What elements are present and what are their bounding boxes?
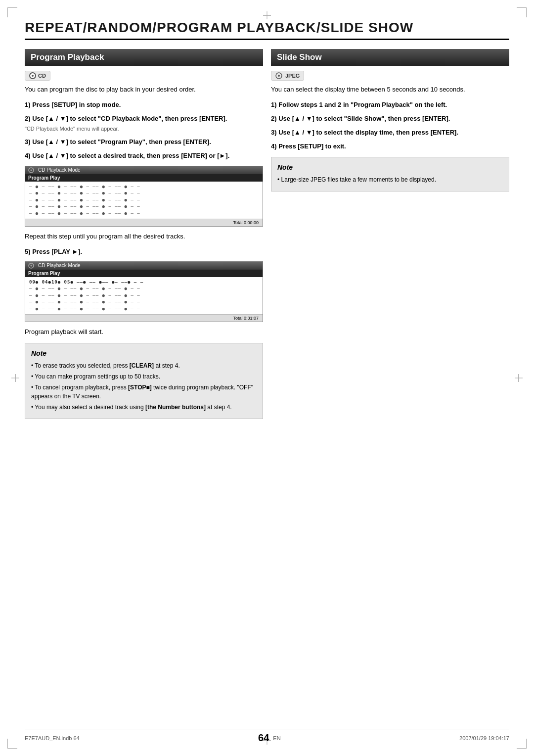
slide-show-column: Slide Show JPEG You can select the displ… (271, 49, 509, 191)
slide-step-4: 4) Press [SETUP] to exit. (271, 142, 509, 151)
screen1-row-4: – ● – –– ● – –– ● – –– ● – –– ● – – (29, 203, 259, 210)
note-item-2: • You can make program settings up to 50… (31, 372, 257, 381)
step-1: 1) Press [SETUP] in stop mode. (25, 100, 263, 109)
screen1-subheader: Program Play (25, 174, 263, 182)
slide-step-2: 2) Use [▲ / ▼] to select "Slide Show", t… (271, 114, 509, 123)
note-item-3: • To cancel program playback, press [STO… (31, 383, 257, 401)
cross-right-v (518, 374, 519, 382)
slide-show-note: Note • Large-size JPEG files take a few … (271, 157, 509, 191)
note-title-left: Note (31, 348, 257, 359)
screen2-row-1: – ● – –– ● – –– ● – –– ● – –– ● – – (29, 285, 259, 292)
cd-badge: CD (25, 71, 50, 81)
screen1-header-text: CD Playback Mode (38, 167, 81, 173)
screen2-row-4: – ● – –– ● – –– ● – –– ● – –– ● – – (29, 306, 259, 313)
screen2-subheader: Program Play (25, 270, 263, 277)
corner-mark-tl (7, 7, 17, 17)
screen1-body: – ● – –– ● – –– ● – –– ● – –– ● – – – ● … (25, 182, 263, 219)
corner-mark-br (517, 739, 527, 749)
screen2-footer: Total 0:31:07 (25, 314, 263, 322)
svg-point-3 (31, 265, 32, 266)
svg-point-5 (278, 75, 280, 77)
program-playback-column: Program Playback CD You can program the … (25, 49, 263, 419)
screen1-row-2: – ● – –– ● – –– ● – –– ● – –– ● – – (29, 190, 259, 197)
slide-step-1: 1) Follow steps 1 and 2 in "Program Play… (271, 100, 509, 109)
screen1-footer: Total 0:00:00 (25, 219, 263, 226)
screen2-row-3: – ● – –– ● – –– ● – –– ● – –– ● – – (29, 299, 259, 306)
screen2-row-2: – ● – –– ● – –– ● – –– ● – –– ● – – (29, 292, 259, 299)
jpeg-badge: JPEG (271, 71, 304, 81)
step-2: 2) Use [▲ / ▼] to select "CD Playback Mo… (25, 114, 263, 133)
slide-show-intro: You can select the display time between … (271, 85, 509, 94)
cross-right-h (515, 378, 523, 378)
page-label: EN (273, 735, 280, 741)
program-playback-header: Program Playback (25, 49, 263, 66)
step-3: 3) Use [▲ / ▼] to select "Program Play",… (25, 138, 263, 146)
screen2-body: 09● 04●10● 05● ––● –– ●–– ●– ––● – – – ●… (25, 277, 263, 315)
corner-mark-bl (7, 739, 17, 749)
screen-mock-1: CD Playback Mode Program Play – ● – –– ●… (25, 166, 263, 227)
step-4: 4) Use [▲ / ▼] to select a desired track… (25, 151, 263, 160)
step-2-sub: "CD Playback Mode" menu will appear. (25, 125, 263, 133)
screen-mock-2: CD Playback Mode Program Play 09● 04●10●… (25, 261, 263, 323)
slide-show-header: Slide Show (271, 49, 509, 66)
note-title-right: Note (277, 162, 503, 173)
corner-mark-tr (517, 7, 527, 17)
screen2-header: CD Playback Mode (25, 262, 263, 270)
cross-left-v (15, 374, 16, 382)
screen1-row-1: – ● – –– ● – –– ● – –– ● – –– ● – – (29, 184, 259, 190)
page-number: 64 (258, 732, 269, 744)
footer-left: E7E7AUD_EN.indb 64 (25, 735, 80, 741)
slide-note-item-1: • Large-size JPEG files take a few momen… (277, 175, 503, 184)
slide-step-3: 3) Use [▲ / ▼] to select the display tim… (271, 128, 509, 137)
screen1-row-5: – ● – –– ● – –– ● – –– ● – –– ● – – (29, 210, 259, 217)
repeat-text: Repeat this step until you program all t… (25, 232, 263, 241)
after-screen2-text: Program playback will start. (25, 327, 263, 337)
cd-disc-icon (29, 72, 36, 79)
svg-point-1 (31, 169, 32, 171)
screen1-header: CD Playback Mode (25, 166, 263, 174)
screen1-row-3: – ● – –– ● – –– ● – –– ● – –– ● – – (29, 197, 259, 204)
cross-top-h (263, 15, 271, 16)
note-item-4: • You may also select a desired track us… (31, 403, 257, 412)
note-item-1: • To erase tracks you selected, press [C… (31, 361, 257, 370)
screen2-row-filled: 09● 04●10● 05● ––● –– ●–– ●– ––● – – (29, 279, 259, 286)
footer-right: 2007/01/29 19:04:17 (459, 735, 509, 741)
screen2-header-text: CD Playback Mode (38, 263, 81, 268)
program-playback-intro: You can program the disc to play back in… (25, 85, 263, 94)
page-footer: E7E7AUD_EN.indb 64 64 EN 2007/01/29 19:0… (25, 729, 509, 744)
page-title: REPEAT/RANDOM/PROGRAM PLAYBACK/SLIDE SHO… (25, 20, 509, 40)
step-5: 5) Press [PLAY ►]. (25, 247, 263, 256)
program-playback-note: Note • To erase tracks you selected, pre… (25, 343, 263, 419)
